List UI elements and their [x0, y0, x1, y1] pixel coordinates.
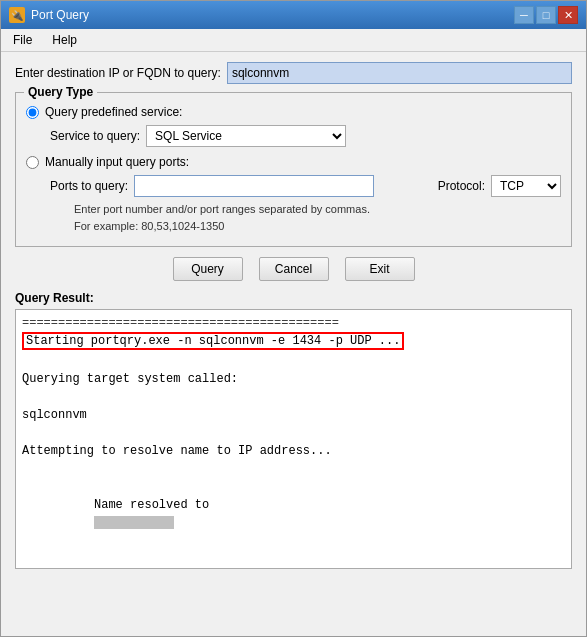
resolved-line: Name resolved to [22, 478, 565, 550]
menu-help[interactable]: Help [44, 31, 85, 49]
main-window: 🔌 Port Query ─ □ ✕ File Help Enter desti… [0, 0, 587, 637]
querying-label: Querying target system called: [22, 370, 565, 388]
exit-button[interactable]: Exit [345, 257, 415, 281]
destination-label: Enter destination IP or FQDN to query: [15, 66, 221, 80]
separator-line: ========================================… [22, 314, 565, 332]
starting-text: Starting portqry.exe -n sqlconnvm -e 143… [22, 332, 404, 350]
blank3 [22, 424, 565, 442]
title-controls: ─ □ ✕ [514, 6, 578, 24]
hint-line1: Enter port number and/or port ranges sep… [74, 203, 370, 215]
result-area[interactable]: ========================================… [15, 309, 572, 569]
query-button[interactable]: Query [173, 257, 243, 281]
main-content: Enter destination IP or FQDN to query: Q… [1, 52, 586, 579]
manual-radio[interactable] [26, 156, 39, 169]
protocol-select[interactable]: TCP UDP Both [491, 175, 561, 197]
predefined-label[interactable]: Query predefined service: [45, 105, 182, 119]
cancel-button[interactable]: Cancel [259, 257, 329, 281]
hint-line2: For example: 80,53,1024-1350 [74, 220, 224, 232]
button-row: Query Cancel Exit [15, 257, 572, 281]
starting-line: Starting portqry.exe -n sqlconnvm -e 143… [22, 332, 565, 350]
blank4 [22, 460, 565, 478]
destination-input[interactable] [227, 62, 572, 84]
sqlconnvm-text: sqlconnvm [22, 406, 565, 424]
ports-label: Ports to query: [50, 179, 128, 193]
service-row: Service to query: SQL Service [50, 125, 561, 147]
protocol-label: Protocol: [438, 179, 485, 193]
app-icon: 🔌 [9, 7, 25, 23]
service-select[interactable]: SQL Service [146, 125, 346, 147]
close-button[interactable]: ✕ [558, 6, 578, 24]
query-type-title: Query Type [24, 85, 97, 99]
minimize-button[interactable]: ─ [514, 6, 534, 24]
predefined-radio[interactable] [26, 106, 39, 119]
menu-file[interactable]: File [5, 31, 40, 49]
blank1 [22, 352, 565, 370]
predefined-radio-row: Query predefined service: [26, 105, 561, 119]
destination-row: Enter destination IP or FQDN to query: [15, 62, 572, 84]
blank5 [22, 550, 565, 568]
blank2 [22, 388, 565, 406]
maximize-button[interactable]: □ [536, 6, 556, 24]
resolving-text: Attempting to resolve name to IP address… [22, 442, 565, 460]
resolved-prefix: Name resolved to [94, 498, 216, 512]
service-label: Service to query: [50, 129, 140, 143]
ip-redacted-box [94, 516, 174, 529]
manual-label[interactable]: Manually input query ports: [45, 155, 189, 169]
result-wrapper: ========================================… [15, 309, 572, 569]
manual-radio-row: Manually input query ports: [26, 155, 561, 169]
title-bar: 🔌 Port Query ─ □ ✕ [1, 1, 586, 29]
ports-input[interactable] [134, 175, 374, 197]
title-bar-left: 🔌 Port Query [9, 7, 89, 23]
window-title: Port Query [31, 8, 89, 22]
result-label: Query Result: [15, 291, 572, 305]
querying-text: querying... [22, 568, 565, 569]
query-type-group: Query Type Query predefined service: Ser… [15, 92, 572, 247]
ports-row: Ports to query: Protocol: TCP UDP Both [50, 175, 561, 197]
hint-text: Enter port number and/or port ranges sep… [74, 201, 561, 234]
menu-bar: File Help [1, 29, 586, 52]
